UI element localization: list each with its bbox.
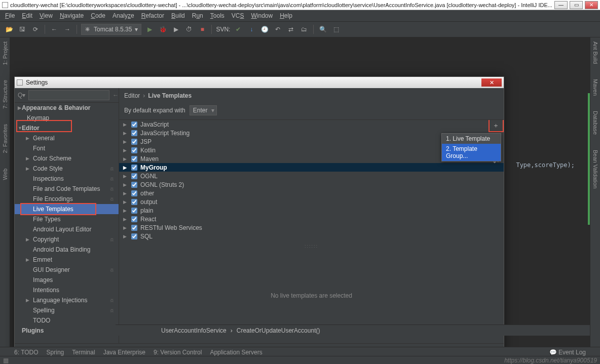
tree-editor-todo[interactable]: TODO bbox=[15, 315, 119, 326]
coverage-icon[interactable]: ▶ bbox=[171, 24, 181, 34]
svn-commit-icon[interactable]: ✔ bbox=[233, 24, 243, 34]
tree-keymap[interactable]: Keymap bbox=[15, 113, 119, 123]
redo-icon[interactable]: → bbox=[62, 24, 72, 34]
tree-editor-file-encodings[interactable]: File Encodings⛭ bbox=[15, 194, 119, 204]
toolwin-appservers[interactable]: Application Servers bbox=[210, 349, 262, 356]
menu-code[interactable]: Code bbox=[91, 12, 105, 19]
settings-close-button[interactable]: ✕ bbox=[481, 78, 502, 87]
template-group-output[interactable]: ▶output bbox=[119, 197, 504, 206]
expand-combo[interactable]: Enter bbox=[190, 105, 217, 115]
tree-editor-intentions[interactable]: Intentions bbox=[15, 285, 119, 295]
tree-editor-file-and-code-templates[interactable]: File and Code Templates⛭ bbox=[15, 184, 119, 194]
svn-diff-icon[interactable]: ⇄ bbox=[286, 24, 296, 34]
tree-editor-file-types[interactable]: File Types bbox=[15, 214, 119, 224]
gutter-structure[interactable]: 7: Structure bbox=[2, 80, 8, 109]
stop-icon[interactable]: ■ bbox=[197, 24, 207, 34]
search-icon[interactable]: 🔍 bbox=[318, 24, 328, 34]
toolwin-vcs[interactable]: 9: Version Control bbox=[154, 349, 202, 356]
tree-editor-emmet[interactable]: ▶Emmet bbox=[15, 255, 119, 265]
gutter-maven[interactable]: Maven bbox=[592, 79, 598, 96]
toolwin-todo[interactable]: 6: TODO bbox=[14, 349, 39, 356]
template-group-react[interactable]: ▶React bbox=[119, 215, 504, 223]
crumb-class[interactable]: UserAccountInfoService bbox=[161, 327, 227, 334]
menu-navigate[interactable]: Navigate bbox=[60, 12, 84, 19]
menu-view[interactable]: View bbox=[40, 12, 53, 19]
settings-titlebar[interactable]: Settings ✕ bbox=[15, 77, 504, 88]
tree-editor-code-style[interactable]: ▶Code Style⛭ bbox=[15, 164, 119, 174]
popup-template-group[interactable]: 2. Template Group... bbox=[442, 144, 501, 161]
template-checkbox[interactable] bbox=[131, 173, 137, 179]
menu-analyze[interactable]: Analyze bbox=[113, 12, 134, 19]
open-icon[interactable]: 📂 bbox=[4, 24, 14, 34]
template-checkbox[interactable] bbox=[131, 190, 137, 196]
tree-editor-live-templates[interactable]: Live Templates bbox=[15, 204, 119, 214]
tree-editor-language-injections[interactable]: ▶Language Injections⛭ bbox=[15, 295, 119, 305]
template-checkbox[interactable] bbox=[131, 216, 137, 222]
debug-icon[interactable]: 🐞 bbox=[158, 24, 168, 34]
template-checkbox[interactable] bbox=[131, 122, 137, 128]
svn-revert-icon[interactable]: ↶ bbox=[273, 24, 283, 34]
add-template-button[interactable]: ＋ bbox=[491, 121, 500, 130]
menu-edit[interactable]: Edit bbox=[22, 12, 32, 19]
tree-editor-inspections[interactable]: Inspections⛭ bbox=[15, 174, 119, 184]
template-group-ognl-struts-2-[interactable]: ▶OGNL (Struts 2) bbox=[119, 180, 504, 189]
template-group-javascript[interactable]: ▶JavaScript bbox=[119, 120, 504, 129]
undo-icon[interactable]: ← bbox=[49, 24, 59, 34]
menu-run[interactable]: Run bbox=[192, 12, 203, 19]
back-icon[interactable]: ← bbox=[113, 92, 119, 99]
menu-help[interactable]: Help bbox=[280, 12, 292, 19]
maximize-button[interactable]: ▭ bbox=[570, 1, 583, 9]
minimize-button[interactable]: — bbox=[554, 1, 568, 9]
template-group-plain[interactable]: ▶plain bbox=[119, 206, 504, 215]
tree-editor-android-layout-editor[interactable]: Android Layout Editor bbox=[15, 224, 119, 234]
svn-update-icon[interactable]: ↓ bbox=[246, 24, 256, 34]
template-group-restful-web-services[interactable]: ▶RESTful Web Services bbox=[119, 223, 504, 232]
tree-editor[interactable]: ▼Editor bbox=[15, 123, 119, 133]
crumb-editor[interactable]: Editor bbox=[124, 92, 140, 99]
toolwin-javaee[interactable]: Java Enterprise bbox=[103, 349, 145, 356]
template-group-ognl[interactable]: ▶OGNL bbox=[119, 172, 504, 180]
template-checkbox[interactable] bbox=[131, 130, 137, 136]
template-checkbox[interactable] bbox=[131, 225, 137, 231]
toolwin-terminal[interactable]: Terminal bbox=[72, 349, 95, 356]
run-config-select[interactable]: ⛯ Tomcat 8.5.35 ▾ bbox=[81, 24, 141, 35]
template-group-sql[interactable]: ▶SQL bbox=[119, 232, 504, 240]
template-checkbox[interactable] bbox=[131, 156, 137, 162]
template-checkbox[interactable] bbox=[131, 182, 137, 188]
template-checkbox[interactable] bbox=[131, 233, 137, 239]
gutter-project[interactable]: 1: Project bbox=[2, 42, 8, 65]
tree-appearance[interactable]: ▶Appearance & Behavior bbox=[15, 103, 119, 113]
template-group-other[interactable]: ▶other bbox=[119, 189, 504, 197]
gutter-database[interactable]: Database bbox=[592, 111, 598, 135]
profile-icon[interactable]: ⏱ bbox=[184, 24, 194, 34]
save-icon[interactable]: 🖫 bbox=[17, 24, 27, 34]
run-icon[interactable]: ▶ bbox=[144, 24, 155, 34]
tree-editor-gui-designer[interactable]: GUI Designer⛭ bbox=[15, 265, 119, 275]
tree-editor-spelling[interactable]: Spelling⛭ bbox=[15, 305, 119, 315]
menu-vcs[interactable]: VCS bbox=[232, 12, 244, 19]
template-list[interactable]: ▶JavaScript▶JavaScript Testing▶JSP▶Kotli… bbox=[119, 120, 504, 244]
template-checkbox[interactable] bbox=[131, 165, 137, 171]
menu-build[interactable]: Build bbox=[171, 12, 185, 19]
tree-editor-images[interactable]: Images bbox=[15, 275, 119, 285]
menu-window[interactable]: Window bbox=[251, 12, 273, 19]
settings-search-input[interactable] bbox=[28, 90, 109, 100]
toolwin-spring[interactable]: Spring bbox=[47, 349, 64, 356]
svn-history-icon[interactable]: 🕘 bbox=[259, 24, 270, 34]
popup-live-template[interactable]: 1. Live Template bbox=[442, 134, 501, 144]
crumb-method[interactable]: CreateOrUpdateUserAccount() bbox=[237, 327, 320, 334]
tree-editor-font[interactable]: Font bbox=[15, 143, 119, 153]
structure-icon[interactable]: ⬚ bbox=[331, 24, 341, 34]
close-button[interactable]: ✕ bbox=[585, 1, 598, 9]
tree-editor-android-data-binding[interactable]: Android Data Binding bbox=[15, 245, 119, 255]
toolwin-eventlog[interactable]: 💬 Event Log bbox=[549, 349, 586, 356]
menu-file[interactable]: File bbox=[5, 12, 15, 19]
tree-editor-general[interactable]: ▶General bbox=[15, 133, 119, 143]
gutter-favorites[interactable]: 2: Favorites bbox=[2, 124, 8, 153]
tree-editor-copyright[interactable]: ▶Copyright⛭ bbox=[15, 234, 119, 245]
gutter-ant[interactable]: Ant Build bbox=[592, 42, 598, 64]
template-group-mygroup[interactable]: ▶MyGroup bbox=[119, 163, 504, 172]
template-checkbox[interactable] bbox=[131, 208, 137, 214]
splitter-grip[interactable]: :::::: bbox=[119, 244, 504, 248]
tree-editor-color-scheme[interactable]: ▶Color Scheme bbox=[15, 153, 119, 164]
